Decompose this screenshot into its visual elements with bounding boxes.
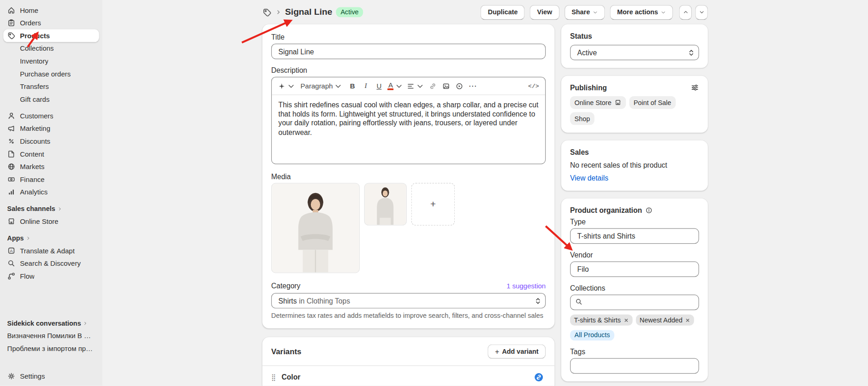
online-store-icon [7,217,16,226]
product-tag-icon [262,7,272,17]
magic-wand-button[interactable] [276,79,297,93]
paragraph-style-dropdown[interactable]: Paragraph [297,79,345,93]
underline-button[interactable]: U [373,79,386,93]
sidebar-item-translate-adapt[interactable]: A Translate & Adapt [3,244,99,257]
remove-tag-icon[interactable] [685,317,690,322]
title-input[interactable] [271,44,546,59]
sidebar-item-content[interactable]: Content [3,147,99,160]
sidebar-item-analytics[interactable]: Analytics [3,186,99,199]
sales-heading: Sales [570,148,699,157]
sales-channels-section-header[interactable]: Sales channels [3,202,99,215]
media-label: Media [271,172,546,181]
view-button[interactable]: View [530,5,559,19]
sidekick-conversations-header[interactable]: Sidekick conversations [3,317,99,330]
sidebar-item-label: Products [20,32,50,40]
sidebar-item-customers[interactable]: Customers [3,110,99,123]
link-button[interactable] [426,79,439,93]
sidebar-item-label: Orders [20,19,41,27]
sidebar-item-transfers[interactable]: Transfers [3,80,99,93]
chevron-right-icon [83,319,88,327]
sidebar-item-products[interactable]: Products [3,29,99,42]
remove-tag-icon[interactable] [624,317,629,322]
code-view-button[interactable]: </> [526,79,541,93]
chevron-down-icon [699,9,704,15]
italic-button[interactable]: I [359,79,372,93]
share-button[interactable]: Share [565,5,605,19]
linked-metafield-icon[interactable] [534,373,543,382]
finance-icon [7,175,16,183]
more-actions-button[interactable]: More actions [610,5,673,19]
info-icon[interactable] [645,207,653,214]
flow-icon [7,272,16,280]
breadcrumb: Signal Line Active [262,7,363,18]
sidebar-item-settings[interactable]: Settings [3,370,99,383]
search-icon [575,298,583,308]
editor-toolbar: Paragraph B I U A ⋯ [272,77,545,95]
storefront-icon [614,99,622,106]
description-label: Description [271,66,546,75]
insert-video-button[interactable] [453,79,466,93]
plus-icon: + [495,347,499,356]
alignment-button[interactable] [405,79,426,93]
add-media-tile[interactable]: + [411,183,455,225]
drag-handle-icon[interactable]: ⣿ [271,374,276,381]
channel-pill-point-of-sale[interactable]: Point of Sale [629,96,676,109]
category-select[interactable]: Shirts in Clothing Tops [271,293,546,309]
channel-pill-shop[interactable]: Shop [570,112,595,125]
collections-search-input[interactable] [570,295,699,310]
auto-collection-pill[interactable]: All Products [570,330,614,340]
discounts-icon [7,137,16,146]
title-label: Title [271,33,546,41]
previous-product-button[interactable] [679,5,692,19]
type-input[interactable] [570,228,699,244]
sidebar-item-purchase-orders[interactable]: Purchase orders [3,67,99,80]
sidebar-item-marketing[interactable]: Marketing [3,122,99,135]
sidebar-item-collections[interactable]: Collections [3,42,99,55]
publishing-card: Publishing Online Store Point of Sale Sh… [561,76,708,133]
status-heading: Status [570,32,699,41]
vendor-input[interactable] [570,262,699,277]
sidebar-item-markets[interactable]: Markets [3,160,99,173]
chevron-down-icon [593,10,598,15]
next-product-button[interactable] [695,5,708,19]
adjustments-icon[interactable] [691,83,699,92]
more-formatting-button[interactable]: ⋯ [466,79,479,93]
sidebar-item-online-store[interactable]: Online Store [3,215,99,228]
sidebar-item-home[interactable]: Home [3,4,99,17]
bold-button[interactable]: B [346,79,359,93]
sidebar-item-search-discovery[interactable]: Search & Discovery [3,257,99,270]
sidebar-item-finance[interactable]: Finance [3,173,99,186]
insert-image-button[interactable] [440,79,452,93]
text-color-button[interactable]: A [386,79,405,93]
duplicate-button[interactable]: Duplicate [481,5,525,19]
page-title: Signal Line [285,7,332,18]
sidekick-conversation-item[interactable]: Визначення Помилки В Масо... [3,329,99,342]
description-textarea[interactable]: This shirt redefines casual cool with cl… [272,95,545,164]
svg-text:A: A [10,248,13,253]
sidebar-item-gift-cards[interactable]: Gift cards [3,93,99,106]
status-select[interactable]: Active [570,45,699,60]
publishing-heading: Publishing [570,83,607,92]
tags-input[interactable] [570,358,699,374]
sidekick-conversation-item[interactable]: Проблеми з імпортом продук... [3,342,99,355]
add-variant-button[interactable]: + Add variant [488,345,546,359]
product-photo-small[interactable] [364,183,407,225]
sidebar-item-flow[interactable]: Flow [3,270,99,283]
sidebar-item-orders[interactable]: Orders [3,17,99,29]
home-icon [7,6,16,14]
content-icon [7,150,16,158]
apps-section-header[interactable]: Apps [3,232,99,245]
vendor-label: Vendor [570,251,699,259]
variant-option-row[interactable]: ⣿ Color [262,366,555,386]
sidebar-item-discounts[interactable]: Discounts [3,135,99,148]
channel-pill-online-store[interactable]: Online Store [570,96,626,109]
shopify-admin-product-page: Home Orders Products Collections Invento… [0,0,868,386]
sidebar-item-inventory[interactable]: Inventory [3,55,99,68]
product-photo-large[interactable] [271,183,360,273]
variant-option-name: Color [282,373,529,381]
chevron-right-icon [57,205,62,213]
category-suggestion-link[interactable]: 1 suggestion [506,282,546,290]
sidebar: Home Orders Products Collections Invento… [0,0,102,386]
view-details-link[interactable]: View details [570,174,608,182]
markets-globe-icon [7,163,16,171]
